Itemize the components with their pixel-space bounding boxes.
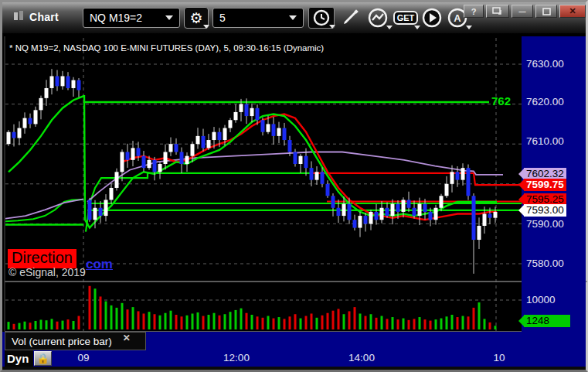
resistance-level-label: 762 <box>491 94 522 108</box>
time-tick: 10 <box>493 352 505 363</box>
watermark-link-fragment[interactable]: com <box>86 257 113 272</box>
time-axis[interactable]: Dyn 🔒 09 12:00 14:00 10 <box>2 350 586 367</box>
dynamic-mode-label: Dyn <box>5 350 33 367</box>
time-tick: 14:00 <box>348 352 375 363</box>
price-tick: 7580.00 <box>526 258 564 269</box>
copyright-text: © eSignal, 2019 <box>8 266 86 278</box>
chart-symbol-title: * NQ M19=2, NASDAQ 100 E-MINI FUTURES (D… <box>9 43 324 53</box>
flag-arrow-icon <box>518 315 525 327</box>
price-tick: 7590.00 <box>526 218 564 230</box>
time-tick: 09 <box>77 352 89 363</box>
close-study-icon[interactable]: ✕ <box>123 334 131 342</box>
chart-client-area <box>2 33 586 370</box>
price-tick: 7630.00 <box>526 58 564 70</box>
volume-study-tab[interactable]: Vol (current price bar) ✕ <box>5 332 146 350</box>
price-axis[interactable]: 7630.00 7620.00 7610.00 7590.00 7580.00 … <box>522 36 586 332</box>
study-tab-row: Vol (current price bar) ✕ <box>2 332 522 350</box>
price-chart-canvas[interactable] <box>2 2 588 372</box>
time-tick: 12:00 <box>223 352 250 363</box>
volume-tab-label: Vol (current price bar) <box>12 336 112 347</box>
study-price-flag-red: 7599.75 <box>524 179 566 191</box>
volume-flag: 1248 <box>524 315 570 327</box>
padlock-icon: 🔒 <box>36 353 49 364</box>
flag-arrow-icon <box>518 179 525 191</box>
volume-tick: 10000 <box>526 294 556 305</box>
flag-arrow-icon <box>518 204 525 217</box>
last-price-flag: 7593.00 <box>524 204 566 217</box>
frame-bottom <box>2 367 586 370</box>
lock-scale-button[interactable]: 🔒 <box>34 351 52 366</box>
price-tick: 7610.00 <box>526 135 564 147</box>
chart-window: Chart NQ M19=2 ⚙ 5 <box>0 0 588 372</box>
price-tick: 7620.00 <box>526 96 564 108</box>
